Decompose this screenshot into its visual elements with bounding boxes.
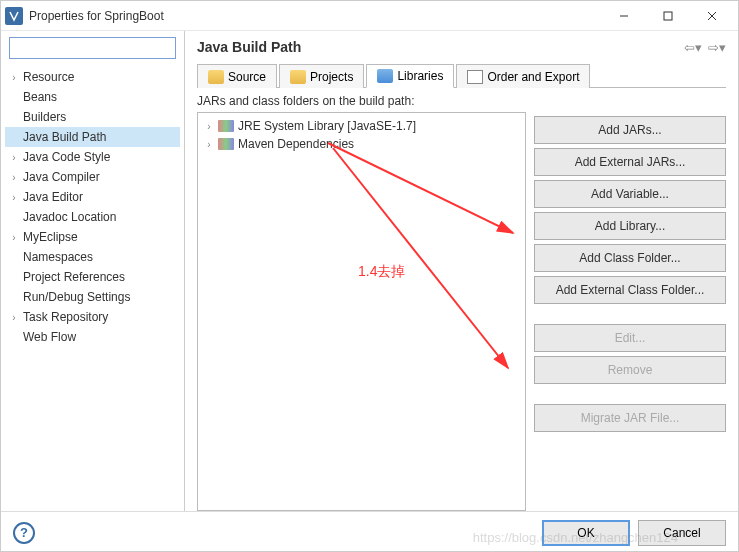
tab-libraries[interactable]: Libraries — [366, 64, 454, 88]
sidebar-item-label: Run/Debug Settings — [21, 290, 130, 304]
library-label: Maven Dependencies — [238, 137, 354, 151]
sidebar-item-label: Java Code Style — [21, 150, 110, 164]
sidebar-item-label: Namespaces — [21, 250, 93, 264]
add-jars-button[interactable]: Add JARs... — [534, 116, 726, 144]
library-icon — [218, 120, 234, 132]
sidebar-item-label: Java Editor — [21, 190, 83, 204]
forward-icon[interactable]: ⇨▾ — [708, 40, 726, 55]
sidebar-item-label: Resource — [21, 70, 74, 84]
order-icon — [467, 70, 483, 84]
library-item[interactable]: ›JRE System Library [JavaSE-1.7] — [202, 117, 521, 135]
cancel-button[interactable]: Cancel — [638, 520, 726, 546]
sidebar-item-myeclipse[interactable]: ›MyEclipse — [5, 227, 180, 247]
chevron-right-icon[interactable]: › — [7, 232, 21, 243]
ok-button[interactable]: OK — [542, 520, 630, 546]
sidebar-item-java-build-path[interactable]: ›Java Build Path — [5, 127, 180, 147]
annotation-text: 1.4去掉 — [358, 263, 405, 281]
close-button[interactable] — [690, 2, 734, 30]
footer: ? OK Cancel — [1, 511, 738, 552]
sidebar-item-project-references[interactable]: ›Project References — [5, 267, 180, 287]
folder-icon — [290, 70, 306, 84]
sidebar-item-javadoc-location[interactable]: ›Javadoc Location — [5, 207, 180, 227]
migrate-jar-button[interactable]: Migrate JAR File... — [534, 404, 726, 432]
sidebar-item-java-compiler[interactable]: ›Java Compiler — [5, 167, 180, 187]
chevron-right-icon[interactable]: › — [7, 312, 21, 323]
tab-label: Libraries — [397, 69, 443, 83]
add-library-button[interactable]: Add Library... — [534, 212, 726, 240]
sidebar-item-label: MyEclipse — [21, 230, 78, 244]
sidebar-item-label: Java Build Path — [21, 130, 106, 144]
sidebar-item-label: Builders — [21, 110, 66, 124]
edit-button[interactable]: Edit... — [534, 324, 726, 352]
chevron-right-icon[interactable]: › — [7, 172, 21, 183]
tab-label: Order and Export — [487, 70, 579, 84]
chevron-right-icon[interactable]: › — [7, 152, 21, 163]
sidebar-item-label: Java Compiler — [21, 170, 100, 184]
chevron-right-icon[interactable]: › — [7, 192, 21, 203]
add-variable-button[interactable]: Add Variable... — [534, 180, 726, 208]
folder-icon — [208, 70, 224, 84]
tab-label: Source — [228, 70, 266, 84]
sidebar-item-label: Beans — [21, 90, 57, 104]
library-item[interactable]: ›Maven Dependencies — [202, 135, 521, 153]
tab-label: Projects — [310, 70, 353, 84]
sidebar-item-run-debug-settings[interactable]: ›Run/Debug Settings — [5, 287, 180, 307]
button-column: Add JARs... Add External JARs... Add Var… — [534, 94, 726, 511]
svg-rect-1 — [664, 12, 672, 20]
chevron-right-icon[interactable]: › — [202, 121, 216, 132]
app-icon — [5, 7, 23, 25]
libraries-description: JARs and class folders on the build path… — [197, 94, 526, 108]
svg-line-5 — [333, 148, 508, 368]
sidebar-item-namespaces[interactable]: ›Namespaces — [5, 247, 180, 267]
chevron-right-icon[interactable]: › — [202, 139, 216, 150]
add-external-jars-button[interactable]: Add External JARs... — [534, 148, 726, 176]
sidebar-item-beans[interactable]: ›Beans — [5, 87, 180, 107]
help-icon[interactable]: ? — [13, 522, 35, 544]
sidebar-item-label: Javadoc Location — [21, 210, 116, 224]
sidebar-item-java-editor[interactable]: ›Java Editor — [5, 187, 180, 207]
jar-icon — [377, 69, 393, 83]
titlebar: Properties for SpringBoot — [1, 1, 738, 31]
sidebar-item-task-repository[interactable]: ›Task Repository — [5, 307, 180, 327]
svg-line-4 — [328, 143, 513, 233]
maximize-button[interactable] — [646, 2, 690, 30]
back-icon[interactable]: ⇦▾ — [684, 40, 702, 55]
add-external-class-folder-button[interactable]: Add External Class Folder... — [534, 276, 726, 304]
libraries-list[interactable]: ›JRE System Library [JavaSE-1.7]›Maven D… — [197, 112, 526, 511]
minimize-button[interactable] — [602, 2, 646, 30]
tab-projects[interactable]: Projects — [279, 64, 364, 88]
window-title: Properties for SpringBoot — [29, 9, 602, 23]
remove-button[interactable]: Remove — [534, 356, 726, 384]
add-class-folder-button[interactable]: Add Class Folder... — [534, 244, 726, 272]
library-icon — [218, 138, 234, 150]
library-label: JRE System Library [JavaSE-1.7] — [238, 119, 416, 133]
filter-input[interactable] — [9, 37, 176, 59]
chevron-right-icon[interactable]: › — [7, 72, 21, 83]
page-title: Java Build Path — [197, 39, 684, 55]
sidebar-tree: ›Resource›Beans›Builders›Java Build Path… — [1, 65, 184, 511]
content-panel: Java Build Path ⇦▾ ⇨▾ SourceProjectsLibr… — [185, 31, 738, 511]
tabs: SourceProjectsLibrariesOrder and Export — [197, 63, 726, 88]
sidebar-item-web-flow[interactable]: ›Web Flow — [5, 327, 180, 347]
tab-source[interactable]: Source — [197, 64, 277, 88]
sidebar-item-java-code-style[interactable]: ›Java Code Style — [5, 147, 180, 167]
tab-order-and-export[interactable]: Order and Export — [456, 64, 590, 88]
sidebar-item-builders[interactable]: ›Builders — [5, 107, 180, 127]
sidebar-item-resource[interactable]: ›Resource — [5, 67, 180, 87]
nav-arrows: ⇦▾ ⇨▾ — [684, 40, 726, 55]
sidebar-item-label: Project References — [21, 270, 125, 284]
sidebar-item-label: Web Flow — [21, 330, 76, 344]
sidebar: ›Resource›Beans›Builders›Java Build Path… — [1, 31, 185, 511]
sidebar-item-label: Task Repository — [21, 310, 108, 324]
